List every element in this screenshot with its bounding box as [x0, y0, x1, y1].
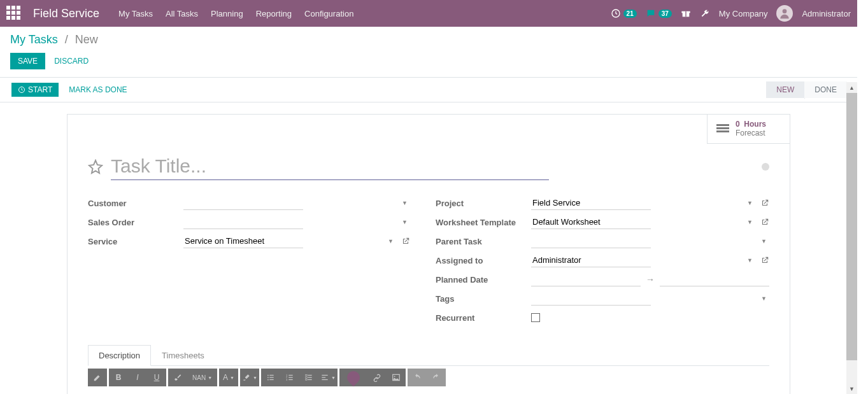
status-new[interactable]: NEW: [766, 81, 804, 98]
svg-point-28: [394, 376, 395, 377]
external-link-icon[interactable]: [760, 256, 769, 265]
wrench-icon[interactable]: [700, 8, 710, 18]
top-navbar: Field Service My Tasks All Tasks Plannin…: [0, 0, 857, 27]
discard-button[interactable]: DISCARD: [52, 53, 91, 69]
svg-point-10: [267, 379, 269, 381]
breadcrumb-parent[interactable]: My Tasks: [10, 33, 58, 46]
external-link-icon[interactable]: [760, 218, 769, 227]
task-title-input[interactable]: [111, 153, 549, 180]
scroll-down-icon[interactable]: ▼: [846, 383, 857, 394]
align-button[interactable]: ▼: [318, 369, 338, 386]
apps-icon[interactable]: [6, 6, 22, 21]
font-size-button[interactable]: NAN▼: [187, 369, 217, 386]
forecast-stat-button[interactable]: 0 Hours Forecast: [707, 115, 790, 144]
svg-rect-23: [308, 379, 311, 380]
underline-button[interactable]: U: [147, 369, 166, 386]
clock-icon: [18, 86, 25, 94]
tags-field[interactable]: [531, 292, 651, 306]
service-field[interactable]: [183, 234, 303, 248]
svg-point-4: [783, 9, 787, 13]
marker-button[interactable]: [339, 369, 367, 386]
external-link-icon[interactable]: [760, 199, 769, 208]
project-field[interactable]: [531, 196, 651, 210]
arrow-right-icon: →: [646, 274, 655, 285]
customer-field[interactable]: [183, 196, 303, 210]
svg-rect-26: [322, 379, 327, 380]
tab-timesheets[interactable]: Timesheets: [151, 345, 215, 366]
nav-all-tasks[interactable]: All Tasks: [166, 9, 198, 18]
highlight-button[interactable]: ▼: [240, 369, 259, 386]
svg-rect-18: [306, 374, 307, 376]
forecast-label: Forecast: [736, 129, 766, 137]
svg-rect-21: [308, 377, 311, 377]
assigned-field[interactable]: [531, 253, 651, 267]
vertical-scrollbar[interactable]: ▲ ▼: [846, 82, 857, 394]
parent-task-label: Parent Task: [436, 237, 531, 246]
svg-rect-19: [308, 375, 311, 376]
svg-rect-15: [288, 377, 292, 377]
breadcrumb: My Tasks / New: [10, 33, 847, 46]
chat-icon: [646, 8, 656, 18]
svg-rect-20: [306, 377, 307, 378]
nav-my-tasks[interactable]: My Tasks: [118, 9, 153, 18]
status-done[interactable]: DONE: [804, 81, 847, 98]
breadcrumb-separator: /: [65, 33, 68, 46]
clock-activity[interactable]: 21: [611, 8, 637, 18]
image-button[interactable]: [387, 369, 406, 386]
scroll-up-icon[interactable]: ▲: [846, 82, 857, 93]
messaging[interactable]: 37: [646, 8, 672, 18]
editor-toolbar: B I U NAN▼ A▼ ▼ 123 ▼: [88, 369, 769, 386]
list-ul-button[interactable]: [261, 369, 280, 386]
nav-configuration[interactable]: Configuration: [304, 9, 353, 18]
font-color-button[interactable]: A▼: [219, 369, 238, 386]
start-button[interactable]: START: [11, 83, 59, 97]
scroll-thumb[interactable]: [846, 93, 857, 360]
checklist-button[interactable]: [299, 369, 318, 386]
form-sheet: 0 Hours Forecast Customer ▼: [67, 114, 790, 394]
gift-icon[interactable]: [681, 8, 691, 18]
svg-rect-11: [269, 379, 273, 380]
redo-button[interactable]: [427, 369, 446, 386]
parent-task-field[interactable]: [531, 234, 651, 248]
chevron-down-icon: ▼: [761, 238, 767, 244]
nav-links: My Tasks All Tasks Planning Reporting Co…: [118, 9, 611, 18]
link-button[interactable]: [367, 369, 387, 386]
chevron-down-icon: ▼: [761, 295, 767, 302]
recurrent-checkbox[interactable]: [531, 313, 540, 322]
brand-title[interactable]: Field Service: [33, 7, 99, 20]
bold-button[interactable]: B: [109, 369, 128, 386]
tab-description[interactable]: Description: [88, 345, 151, 366]
breadcrumb-current: New: [75, 33, 98, 46]
worksheet-field[interactable]: [531, 215, 651, 229]
brush-icon[interactable]: [168, 369, 187, 386]
sales-order-field[interactable]: [183, 215, 303, 229]
user-menu[interactable]: Administrator: [802, 9, 851, 18]
nav-reporting[interactable]: Reporting: [256, 9, 292, 18]
chevron-down-icon: ▼: [388, 238, 394, 244]
company-selector[interactable]: My Company: [719, 9, 768, 18]
forecast-unit: Hours: [744, 120, 766, 129]
pencil-icon[interactable]: [88, 369, 107, 386]
chevron-down-icon: ▼: [747, 257, 753, 264]
chevron-down-icon: ▼: [747, 219, 753, 225]
svg-rect-25: [322, 377, 325, 377]
planned-date-end[interactable]: [660, 272, 769, 286]
save-button[interactable]: SAVE: [10, 53, 45, 69]
svg-rect-9: [269, 377, 273, 377]
tags-label: Tags: [436, 294, 531, 304]
chevron-down-icon: ▼: [402, 219, 408, 225]
mark-done-button[interactable]: MARK AS DONE: [66, 81, 129, 98]
nav-planning[interactable]: Planning: [211, 9, 243, 18]
italic-button[interactable]: I: [128, 369, 147, 386]
planned-date-start[interactable]: [531, 272, 641, 286]
undo-button[interactable]: [408, 369, 427, 386]
list-ol-button[interactable]: 123: [280, 369, 299, 386]
external-link-icon[interactable]: [401, 237, 410, 246]
kanban-state-dot[interactable]: [762, 163, 769, 171]
svg-rect-22: [306, 379, 307, 380]
chevron-down-icon: ▼: [747, 200, 753, 206]
clock-badge: 21: [623, 10, 637, 18]
star-icon[interactable]: [88, 159, 103, 174]
svg-rect-17: [288, 379, 292, 380]
svg-text:3: 3: [286, 379, 287, 381]
